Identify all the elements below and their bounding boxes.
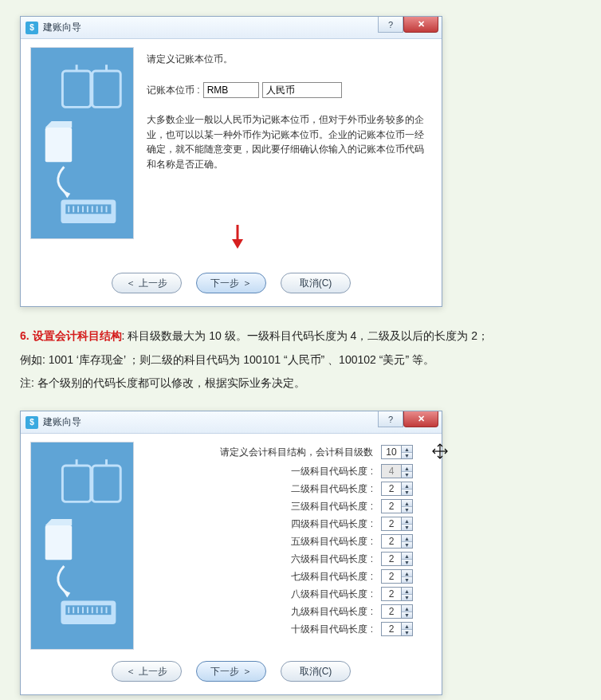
level-label: 五级科目代码长度 : — [171, 534, 378, 549]
wizard-dialog-currency: $ 建账向导 ? ✕ — [20, 16, 442, 307]
level-1-spinner: 4▲▼ — [381, 464, 413, 478]
titlebar[interactable]: $ 建账向导 ? ✕ — [21, 411, 442, 434]
step-number-title: 6. 设置会计科目结构 — [20, 329, 122, 342]
currency-label: 记账本位币 : — [147, 83, 200, 97]
spin-up-icon[interactable]: ▲ — [402, 605, 412, 612]
spin-down-icon[interactable]: ▼ — [402, 612, 412, 619]
level-label: 四级科目代码长度 : — [171, 517, 378, 531]
svg-rect-5 — [45, 128, 72, 162]
back-button[interactable]: ＜ 上一步 — [112, 661, 182, 682]
level-label: 六级科目代码长度 : — [171, 552, 378, 566]
level-3-spinner[interactable]: 2▲▼ — [381, 499, 413, 513]
help-button[interactable]: ? — [378, 17, 403, 33]
level-label: 九级科目代码长度 : — [171, 604, 378, 619]
svg-marker-20 — [232, 239, 243, 249]
level-label: 一级科目代码长度 : — [171, 464, 378, 478]
spin-up-icon[interactable]: ▲ — [402, 535, 412, 541]
level-label: 二级科目代码长度 : — [171, 482, 378, 496]
level-7-spinner[interactable]: 2▲▼ — [381, 569, 413, 584]
spin-down-icon[interactable]: ▼ — [402, 559, 412, 566]
spin-down-icon[interactable]: ▼ — [402, 452, 412, 459]
spin-up-icon[interactable]: ▲ — [402, 588, 412, 594]
step-description: 大多数企业一般以人民币为记账本位币，但对于外币业务较多的企业，也可以以某一种外币… — [147, 112, 424, 171]
titlebar[interactable]: $ 建账向导 ? ✕ — [21, 17, 442, 39]
level-row: 三级科目代码长度 :2▲▼ — [147, 497, 424, 515]
spin-down-icon[interactable]: ▼ — [402, 594, 412, 601]
spin-up-icon[interactable]: ▲ — [402, 517, 412, 524]
spin-up-icon[interactable]: ▲ — [402, 570, 412, 576]
level-row: 七级科目代码长度 :2▲▼ — [147, 568, 424, 585]
spin-up-icon[interactable]: ▲ — [402, 465, 412, 471]
spin-up-icon[interactable]: ▲ — [402, 623, 412, 629]
level-8-spinner[interactable]: 2▲▼ — [381, 587, 413, 601]
close-button[interactable]: ✕ — [403, 411, 438, 427]
close-button[interactable]: ✕ — [403, 17, 438, 33]
spin-up-icon[interactable]: ▲ — [402, 482, 412, 489]
step-heading: 请定义记账本位币。 — [147, 52, 424, 66]
wizard-dialog-structure: $ 建账向导 ? ✕ — [20, 411, 442, 695]
cancel-button[interactable]: 取消(C) — [281, 273, 351, 293]
spin-up-icon[interactable]: ▲ — [402, 500, 412, 506]
level-5-spinner[interactable]: 2▲▼ — [381, 534, 413, 549]
spin-down-icon[interactable]: ▼ — [402, 576, 412, 584]
level-count-label: 请定义会计科目结构，会计科目级数 — [220, 445, 378, 459]
level-row: 六级科目代码长度 :2▲▼ — [147, 550, 424, 568]
currency-code-input[interactable] — [203, 82, 259, 98]
level-9-spinner[interactable]: 2▲▼ — [381, 604, 413, 619]
spin-down-icon[interactable]: ▼ — [402, 524, 412, 531]
level-row: 五级科目代码长度 :2▲▼ — [147, 533, 424, 550]
level-4-spinner[interactable]: 2▲▼ — [381, 517, 413, 531]
attention-arrow — [21, 238, 442, 260]
spin-up-icon[interactable]: ▲ — [402, 446, 412, 452]
level-row: 十级科目代码长度 :2▲▼ — [147, 620, 424, 638]
spin-down-icon[interactable]: ▼ — [402, 506, 412, 513]
level-label: 三级科目代码长度 : — [171, 499, 378, 513]
level-10-spinner[interactable]: 2▲▼ — [381, 622, 413, 636]
app-icon: $ — [26, 416, 38, 429]
spin-down-icon[interactable]: ▼ — [402, 489, 412, 496]
level-label: 八级科目代码长度 : — [171, 587, 378, 601]
next-button[interactable]: 下一步 ＞ — [196, 661, 266, 682]
level-row: 二级科目代码长度 :2▲▼ — [147, 480, 424, 497]
level-row: 四级科目代码长度 :2▲▼ — [147, 515, 424, 533]
wizard-illustration — [30, 442, 134, 650]
level-row: 一级科目代码长度 :4▲▼ — [147, 462, 424, 480]
cancel-button[interactable]: 取消(C) — [281, 661, 351, 682]
instruction-text: 6. 设置会计科目结构: 科目级数最大为 10 级。一级科目代码长度为 4，二级… — [20, 324, 578, 395]
next-button[interactable]: 下一步 ＞ — [196, 273, 266, 293]
app-icon: $ — [26, 22, 38, 34]
level-row: 九级科目代码长度 :2▲▼ — [147, 603, 424, 620]
spin-down-icon[interactable]: ▼ — [402, 471, 412, 478]
level-6-spinner[interactable]: 2▲▼ — [381, 552, 413, 566]
spin-down-icon[interactable]: ▼ — [402, 629, 412, 636]
spin-up-icon[interactable]: ▲ — [402, 553, 412, 559]
window-title: 建账向导 — [43, 21, 81, 34]
level-row: 八级科目代码长度 :2▲▼ — [147, 585, 424, 603]
level-2-spinner[interactable]: 2▲▼ — [381, 482, 413, 496]
move-cursor-icon — [431, 442, 449, 464]
svg-rect-26 — [45, 525, 72, 560]
level-label: 十级科目代码长度 : — [171, 622, 378, 636]
currency-name-input[interactable] — [262, 82, 342, 98]
spin-down-icon[interactable]: ▼ — [402, 541, 412, 549]
wizard-illustration — [30, 47, 134, 239]
back-button[interactable]: ＜ 上一步 — [112, 273, 182, 293]
help-button[interactable]: ? — [378, 411, 403, 427]
level-label: 七级科目代码长度 : — [171, 569, 378, 584]
level-count-spinner[interactable]: 10 ▲▼ — [381, 445, 413, 459]
window-title: 建账向导 — [43, 415, 81, 429]
